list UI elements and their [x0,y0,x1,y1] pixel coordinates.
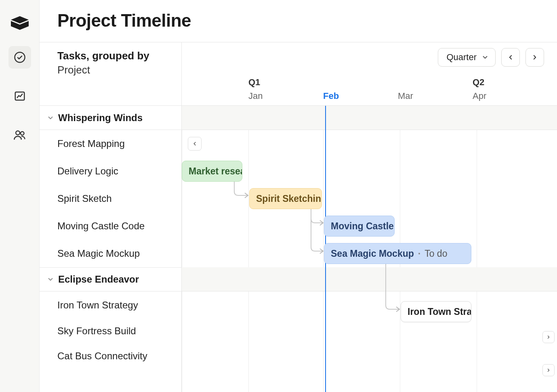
task-list: Whispering Winds Forest Mapping Delivery… [40,106,182,392]
tasks-nav[interactable] [8,46,31,69]
task-bar-iron-town[interactable]: Iron Town Strategy [401,301,471,322]
group-name: Whispering Winds [58,112,143,124]
task-bar-status: To do [425,248,447,259]
group-label: Tasks, grouped by [57,50,173,62]
month-label: Jan [248,91,263,101]
timeline-header: Tasks, grouped by Project Quarter [40,42,557,106]
titlebar: Project Timeline [40,0,557,42]
sidebar [0,0,40,392]
task-bar-label: Spirit Sketching [256,193,322,204]
next-period-button[interactable] [525,48,544,67]
task-row[interactable]: Spirit Sketch [40,185,181,212]
quarter-label: Q1 [248,77,260,88]
people-icon [13,129,26,141]
group-by-pane: Tasks, grouped by Project [40,42,182,105]
svg-point-6 [20,132,24,135]
view-range-label: Quarter [446,52,477,63]
task-row[interactable]: Sea Magic Mockup [40,240,181,267]
chevron-down-icon [47,276,54,283]
month-label: Apr [473,91,486,101]
separator-dot: · [418,248,420,259]
chevron-right-icon [531,54,538,61]
group-by-value: Project [57,64,173,76]
month-label-current: Feb [323,91,339,101]
logo-icon [11,16,29,30]
task-row[interactable]: Forest Mapping [40,130,181,157]
chevron-right-icon [546,368,551,373]
chevron-down-icon [481,54,489,61]
main: Project Timeline Tasks, grouped by Proje… [40,0,557,392]
scroll-task-right-button[interactable] [542,364,555,376]
task-row[interactable]: Moving Castle Code [40,212,181,240]
page-title: Project Timeline [57,10,539,31]
gridline [323,106,324,392]
chart-icon [14,90,26,102]
group-name: Eclipse Endeavor [58,274,139,285]
group-band [182,106,557,130]
task-bar-label: Market research [189,166,242,177]
chevron-down-icon [47,114,54,122]
task-bar-market-research[interactable]: Market research [182,161,242,182]
task-bar-moving-castle[interactable]: Moving Castle [324,216,395,237]
gridline [182,106,182,392]
check-circle-icon [14,51,26,63]
chevron-right-icon [546,335,551,340]
scroll-task-right-button[interactable] [542,331,555,343]
svg-point-5 [16,131,20,135]
group-header-eclipse-endeavor[interactable]: Eclipse Endeavor [40,267,181,291]
group-header-whispering-winds[interactable]: Whispering Winds [40,106,181,130]
task-row[interactable]: Delivery Logic [40,157,181,185]
axis-pane: Quarter [182,42,557,105]
timeline-canvas: Market research Spirit Sketching Moving … [182,106,557,392]
analytics-nav[interactable] [8,85,31,107]
chevron-left-icon [507,54,514,61]
task-row[interactable]: Iron Town Strategy [40,291,181,319]
task-bar-spirit-sketch[interactable]: Spirit Sketching [249,188,322,209]
task-bar-label: Sea Magic Mockup [331,248,414,259]
task-row[interactable]: Sky Fortress Build [40,319,181,343]
prev-period-button[interactable] [501,48,520,67]
svg-point-3 [15,52,25,63]
task-bar-label: Iron Town Strategy [408,306,471,317]
task-row[interactable]: Cat Bus Connectivity [40,343,181,369]
chevron-left-icon [192,141,198,147]
scroll-task-left-button[interactable] [188,137,202,151]
gridline [248,106,249,392]
task-bar-label: Moving Castle [331,221,394,232]
quarter-label: Q2 [473,77,484,88]
group-band [182,267,557,291]
people-nav[interactable] [8,124,31,146]
task-bar-sea-magic[interactable]: Sea Magic Mockup · To do [324,243,471,264]
view-range-select[interactable]: Quarter [438,48,496,67]
month-label: Mar [398,91,413,101]
gridline [477,106,477,392]
